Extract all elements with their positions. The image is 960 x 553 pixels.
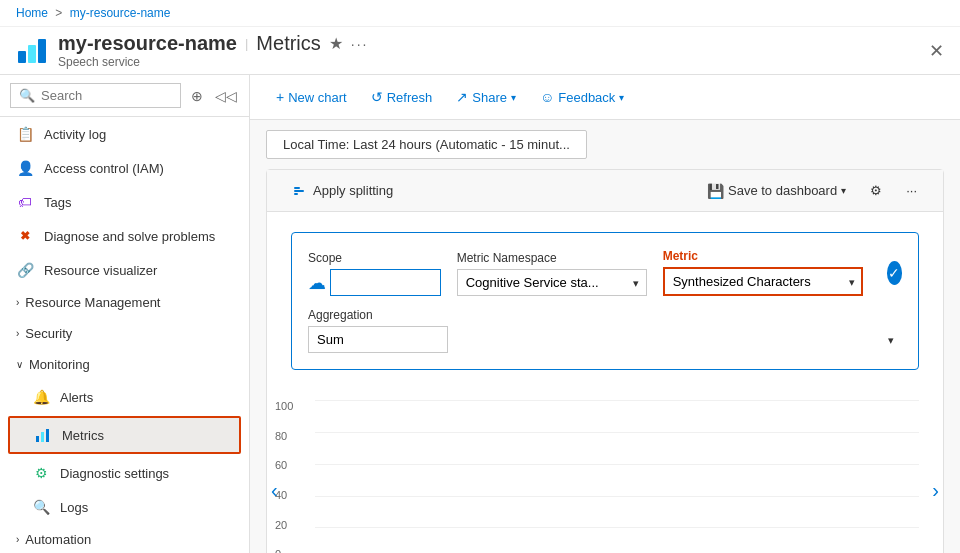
time-filter-label: Local Time: Last 24 hours (Automatic - 1… xyxy=(283,137,570,152)
page-title: Metrics xyxy=(256,32,320,55)
sidebar-filter-icon[interactable]: ⊕ xyxy=(189,86,205,106)
search-input[interactable] xyxy=(41,88,172,103)
resource-mgmt-chevron: › xyxy=(16,297,19,308)
new-chart-icon: + xyxy=(276,89,284,105)
metric-select[interactable]: Synthesized Characters xyxy=(663,267,863,296)
refresh-icon: ↺ xyxy=(371,89,383,105)
feedback-button[interactable]: ☺ Feedback ▾ xyxy=(530,83,634,111)
time-filter-area: Local Time: Last 24 hours (Automatic - 1… xyxy=(266,130,944,159)
sidebar-label-metrics: Metrics xyxy=(62,428,104,443)
check-circle-icon: ✓ xyxy=(887,261,902,285)
chart-plot-area xyxy=(315,400,919,553)
sidebar-item-security[interactable]: › Security xyxy=(0,318,249,349)
save-dashboard-icon: 💾 xyxy=(707,183,724,199)
breadcrumb-separator: > xyxy=(55,6,62,20)
sidebar-item-access-control[interactable]: 👤 Access control (IAM) xyxy=(0,151,249,185)
splitting-icon xyxy=(293,182,309,199)
sidebar-item-monitoring[interactable]: ∨ Monitoring xyxy=(0,349,249,380)
sidebar-item-activity-log[interactable]: 📋 Activity log xyxy=(0,117,249,151)
save-dashboard-label: Save to dashboard xyxy=(728,183,837,198)
breadcrumb-home[interactable]: Home xyxy=(16,6,48,20)
scope-field: Scope ☁ xyxy=(308,251,441,296)
breadcrumb-resource[interactable]: my-resource-name xyxy=(70,6,171,20)
metric-fields-row: Scope ☁ Metric Namespace xyxy=(308,249,902,296)
sidebar-label-logs: Logs xyxy=(60,500,88,515)
share-button[interactable]: ↗ Share ▾ xyxy=(446,83,526,111)
grid-line-60 xyxy=(315,464,919,465)
refresh-label: Refresh xyxy=(387,90,433,105)
sidebar-label-resource-visualizer: Resource visualizer xyxy=(44,263,157,278)
chart-more-icon: ··· xyxy=(906,183,917,198)
sidebar-item-tags[interactable]: 🏷 Tags xyxy=(0,185,249,219)
sidebar-label-automation: Automation xyxy=(25,532,91,547)
automation-chevron: › xyxy=(16,534,19,545)
feedback-icon: ☺ xyxy=(540,89,554,105)
scope-input[interactable] xyxy=(330,269,441,296)
time-filter-button[interactable]: Local Time: Last 24 hours (Automatic - 1… xyxy=(266,130,587,159)
content-toolbar: + New chart ↺ Refresh ↗ Share ▾ ☺ Feedba… xyxy=(250,75,960,120)
close-button[interactable]: ✕ xyxy=(929,40,944,62)
sidebar-label-tags: Tags xyxy=(44,195,71,210)
chart-toolbar: Apply splitting 💾 Save to dashboard ▾ ⚙ … xyxy=(267,170,943,212)
apply-splitting-label: Apply splitting xyxy=(313,183,393,198)
svg-rect-1 xyxy=(28,45,36,63)
sidebar: 🔍 ⊕ ◁◁ 📋 Activity log 👤 Access control (… xyxy=(0,75,250,553)
sidebar-item-diagnostic-settings[interactable]: ⚙ Diagnostic settings xyxy=(0,456,249,490)
grid-line-100 xyxy=(315,400,919,401)
metrics-icon xyxy=(34,426,52,444)
chart-settings-icon: ⚙ xyxy=(870,183,882,198)
feedback-dropdown-icon: ▾ xyxy=(619,92,624,103)
metric-config-area: Scope ☁ Metric Namespace xyxy=(267,212,943,390)
sidebar-item-resource-management[interactable]: › Resource Management xyxy=(0,287,249,318)
search-input-wrapper[interactable]: 🔍 xyxy=(10,83,181,108)
star-icon[interactable]: ★ xyxy=(329,34,343,53)
title-block: my-resource-name | Metrics ★ ··· Speech … xyxy=(58,32,929,69)
save-dashboard-button[interactable]: 💾 Save to dashboard ▾ xyxy=(697,179,856,203)
chart-nav-left[interactable]: ‹ xyxy=(271,479,278,502)
sidebar-label-access-control: Access control (IAM) xyxy=(44,161,164,176)
sidebar-collapse-icon[interactable]: ◁◁ xyxy=(213,86,239,106)
new-chart-label: New chart xyxy=(288,90,347,105)
metric-row: Scope ☁ Metric Namespace xyxy=(291,232,919,370)
sidebar-item-resource-visualizer[interactable]: 🔗 Resource visualizer xyxy=(0,253,249,287)
content-area: + New chart ↺ Refresh ↗ Share ▾ ☺ Feedba… xyxy=(250,75,960,553)
diagnostic-settings-icon: ⚙ xyxy=(32,464,50,482)
monitoring-chevron: ∨ xyxy=(16,359,23,370)
sidebar-item-automation[interactable]: › Automation xyxy=(0,524,249,553)
sidebar-item-alerts[interactable]: 🔔 Alerts xyxy=(0,380,249,414)
logs-icon: 🔍 xyxy=(32,498,50,516)
chart-graph: ‹ › 100 80 60 40 20 0 xyxy=(267,390,943,553)
svg-rect-7 xyxy=(294,190,304,192)
feedback-label: Feedback xyxy=(558,90,615,105)
metric-field: Metric Synthesized Characters xyxy=(663,249,863,296)
svg-rect-8 xyxy=(294,193,298,195)
resource-visualizer-icon: 🔗 xyxy=(16,261,34,279)
tags-icon: 🏷 xyxy=(16,193,34,211)
pipe-separator: | xyxy=(245,36,248,51)
metric-namespace-select[interactable]: Cognitive Service sta... xyxy=(457,269,647,296)
chart-nav-right[interactable]: › xyxy=(932,479,939,502)
alerts-icon: 🔔 xyxy=(32,388,50,406)
ellipsis-icon[interactable]: ··· xyxy=(351,36,369,52)
sidebar-label-alerts: Alerts xyxy=(60,390,93,405)
sidebar-item-logs[interactable]: 🔍 Logs xyxy=(0,490,249,524)
resource-title: my-resource-name xyxy=(58,32,237,55)
apply-splitting-button[interactable]: Apply splitting xyxy=(283,178,403,203)
y-axis: 100 80 60 40 20 0 xyxy=(275,400,293,553)
diagnose-icon: ✖ xyxy=(16,227,34,245)
chart-more-button[interactable]: ··· xyxy=(896,179,927,203)
svg-rect-5 xyxy=(46,429,49,442)
refresh-button[interactable]: ↺ Refresh xyxy=(361,83,443,111)
new-chart-button[interactable]: + New chart xyxy=(266,83,357,111)
aggregation-field: Aggregation Sum xyxy=(308,308,902,353)
chart-settings-button[interactable]: ⚙ xyxy=(860,179,892,203)
security-chevron: › xyxy=(16,328,19,339)
sidebar-item-diagnose[interactable]: ✖ Diagnose and solve problems xyxy=(0,219,249,253)
grid-line-80 xyxy=(315,432,919,433)
sidebar-item-metrics[interactable]: Metrics xyxy=(10,418,239,452)
metric-label: Metric xyxy=(663,249,863,263)
svg-rect-4 xyxy=(41,432,44,442)
chart-container: Apply splitting 💾 Save to dashboard ▾ ⚙ … xyxy=(266,169,944,553)
aggregation-select[interactable]: Sum xyxy=(308,326,448,353)
scope-label: Scope xyxy=(308,251,441,265)
